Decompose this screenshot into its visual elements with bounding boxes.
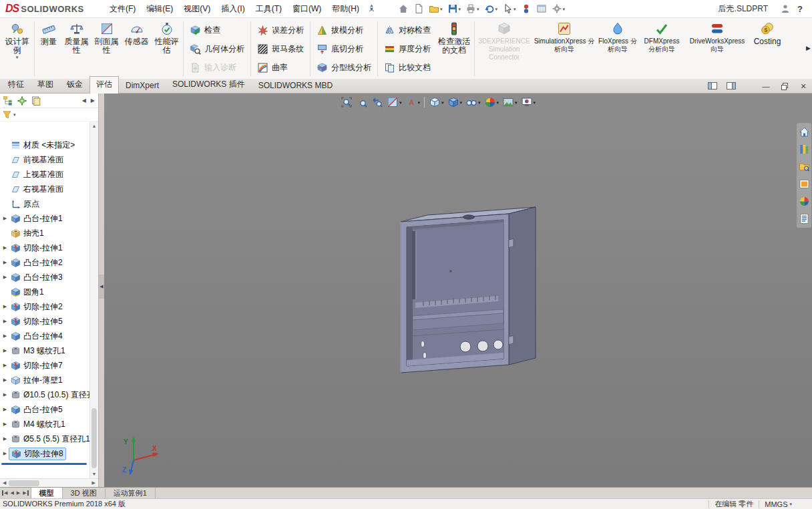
file-properties-button[interactable] bbox=[534, 1, 549, 16]
tree-item-cut-extrude8[interactable]: ▶ 切除-拉伸8 bbox=[0, 446, 89, 461]
options-button[interactable]: ▾ bbox=[550, 1, 568, 16]
simulationxpress-button[interactable]: SimulationXpress 分析向导 bbox=[532, 19, 596, 78]
3d-views-tab[interactable]: 3D 视图 bbox=[63, 488, 106, 498]
tree-item-top-plane[interactable]: 上视基准面 bbox=[0, 167, 89, 182]
scroll-down-icon[interactable]: ▼ bbox=[92, 470, 97, 478]
tree-item-cut-extrude1[interactable]: ▶ 切除-拉伸1 bbox=[0, 240, 89, 255]
help-button[interactable]: ? bbox=[797, 4, 803, 14]
menu-tools[interactable]: 工具(T) bbox=[250, 1, 287, 17]
home-button[interactable] bbox=[396, 1, 411, 16]
undercut-analysis-button[interactable]: 底切分析 bbox=[312, 39, 376, 58]
view-palette-icon[interactable] bbox=[798, 178, 811, 190]
curvature-button[interactable]: 曲率 bbox=[252, 58, 309, 77]
driveworksxpress-button[interactable]: DriveWorksXpress 向导 bbox=[684, 19, 750, 78]
open-button[interactable]: ▾ bbox=[427, 1, 445, 16]
floxpress-button[interactable]: FloXpress 分析向导 bbox=[596, 19, 639, 78]
tree-item-fillet1[interactable]: 圆角1 bbox=[0, 285, 89, 299]
expand-arrow-icon[interactable]: ▶ bbox=[2, 304, 8, 309]
tab-solidworks-addins[interactable]: SOLIDWORKS 插件 bbox=[166, 76, 252, 93]
expand-arrow-icon[interactable]: ▶ bbox=[2, 436, 8, 442]
close-button[interactable]: × bbox=[797, 81, 809, 91]
appearances-scenes-icon[interactable] bbox=[798, 195, 811, 208]
check-button[interactable]: 检查 bbox=[185, 21, 249, 39]
scroll-left-icon[interactable]: ◀ bbox=[1, 480, 7, 486]
options-caret-icon[interactable]: ▾ bbox=[563, 7, 566, 11]
panel-tab-scroll-right-icon[interactable]: ▶ bbox=[89, 98, 96, 104]
geometry-analysis-button[interactable]: 几何体分析 bbox=[185, 39, 249, 58]
user-account-icon[interactable] bbox=[780, 3, 791, 14]
tree-horizontal-scrollbar[interactable]: ◀ ▶ bbox=[0, 478, 98, 487]
tab-solidworks-mbd[interactable]: SOLIDWORKS MBD bbox=[252, 78, 339, 93]
previous-study-button[interactable]: ◀ bbox=[10, 490, 13, 496]
tree-item-boss-extrude2[interactable]: ▶ 凸台-拉伸2 bbox=[0, 255, 89, 270]
rocket-icon[interactable] bbox=[365, 1, 379, 16]
new-document-button[interactable] bbox=[411, 1, 426, 16]
tree-item-cut-extrude7[interactable]: ▶ 切除-拉伸7 bbox=[0, 358, 89, 373]
rebuild-button[interactable] bbox=[519, 1, 534, 16]
performance-evaluation-button[interactable]: 性能评估 bbox=[152, 19, 182, 78]
tree-item-boss-extrude1[interactable]: ▶ 凸台-拉伸1 bbox=[0, 211, 89, 226]
print-button[interactable]: ▾ bbox=[463, 1, 481, 16]
expand-arrow-icon[interactable]: ▶ bbox=[2, 216, 8, 221]
menu-file[interactable]: 文件(F) bbox=[104, 1, 141, 17]
symmetry-check-button[interactable]: 对称检查 bbox=[379, 21, 435, 39]
measure-button[interactable]: 测量 bbox=[36, 19, 61, 78]
parting-line-analysis-button[interactable]: 分型线分析 bbox=[312, 58, 376, 77]
open-caret-icon[interactable]: ▾ bbox=[440, 7, 443, 11]
dock-pane-left-icon[interactable] bbox=[706, 81, 719, 91]
design-library-icon[interactable] bbox=[798, 143, 811, 156]
ribbon-overflow-icon[interactable]: ▶ bbox=[806, 45, 811, 51]
compare-documents-button[interactable]: 比较文档 bbox=[379, 58, 435, 77]
undo-button[interactable]: ▾ bbox=[482, 1, 500, 16]
design-study-button[interactable]: 设计算例 ▾ bbox=[1, 19, 33, 78]
tab-evaluate[interactable]: 评估 bbox=[89, 76, 119, 94]
mass-properties-button[interactable]: 质量属性 bbox=[61, 19, 91, 78]
expand-arrow-icon[interactable]: ▶ bbox=[2, 421, 8, 427]
tree-item-m4-tapped-hole1[interactable]: ▶ M4 螺纹孔1 bbox=[0, 417, 89, 432]
scroll-up-icon[interactable]: ▲ bbox=[92, 122, 97, 130]
deviation-analysis-button[interactable]: 误差分析 bbox=[252, 21, 309, 39]
tree-item-hole-d10-5[interactable]: ▶ Ø10.5 (10.5) 直径孔1 bbox=[0, 387, 89, 402]
tree-item-m3-tapped-hole1[interactable]: ▶ M3 螺纹孔1 bbox=[0, 343, 89, 358]
tab-sketch[interactable]: 草图 bbox=[31, 76, 60, 93]
expand-arrow-icon[interactable]: ▶ bbox=[2, 260, 8, 265]
undo-caret-icon[interactable]: ▾ bbox=[495, 7, 498, 11]
costing-button[interactable]: $ Costing bbox=[750, 19, 785, 78]
expand-arrow-icon[interactable]: ▶ bbox=[2, 407, 8, 412]
first-study-button[interactable]: ◀ bbox=[2, 490, 7, 496]
expand-arrow-icon[interactable]: ▶ bbox=[2, 363, 8, 368]
scrollbar-thumb[interactable] bbox=[91, 408, 97, 468]
units-caret-icon[interactable]: ▾ bbox=[789, 502, 792, 506]
menu-insert[interactable]: 插入(I) bbox=[216, 1, 250, 17]
solidworks-resources-icon[interactable] bbox=[798, 126, 811, 138]
menu-help[interactable]: 帮助(H) bbox=[327, 1, 365, 17]
menu-edit[interactable]: 编辑(E) bbox=[141, 1, 178, 17]
menu-window[interactable]: 窗口(W) bbox=[287, 1, 327, 17]
part-model[interactable] bbox=[104, 94, 812, 490]
file-explorer-icon[interactable] bbox=[798, 160, 811, 173]
model-tab[interactable]: 模型 bbox=[31, 488, 63, 498]
rollback-bar[interactable] bbox=[1, 463, 87, 465]
select-caret-icon[interactable]: ▾ bbox=[514, 7, 516, 11]
filter-funnel-icon[interactable] bbox=[2, 110, 12, 120]
select-button[interactable]: ▾ bbox=[500, 1, 518, 16]
configurationmanager-tab-icon[interactable] bbox=[30, 95, 42, 107]
thickness-analysis-button[interactable]: 厚度分析 bbox=[379, 39, 435, 58]
expand-arrow-icon[interactable]: ▶ bbox=[2, 377, 8, 383]
expand-arrow-icon[interactable]: ▶ bbox=[2, 451, 8, 456]
dfmxpress-button[interactable]: DFMXpress 分析向导 bbox=[639, 19, 684, 78]
tree-item-origin[interactable]: 原点 bbox=[0, 196, 89, 211]
panel-splitter[interactable]: ◀ bbox=[99, 94, 104, 487]
scroll-right-icon[interactable]: ▶ bbox=[91, 480, 97, 486]
tree-item-hole-d5-5[interactable]: ▶ Ø5.5 (5.5) 直径孔1 bbox=[0, 432, 89, 446]
save-button[interactable]: ▾ bbox=[445, 1, 463, 16]
check-active-document-button[interactable]: 检查激活的文档 bbox=[435, 19, 473, 78]
expand-arrow-icon[interactable]: ▶ bbox=[2, 275, 8, 280]
tree-item-shell1[interactable]: 抽壳1 bbox=[0, 226, 89, 240]
filter-caret-icon[interactable]: ▾ bbox=[13, 112, 16, 117]
tree-item-thin-extrude1[interactable]: ▶ 拉伸-薄壁1 bbox=[0, 373, 89, 387]
tree-item-cut-extrude2[interactable]: ▶ 切除-拉伸2 bbox=[0, 299, 89, 314]
tab-sheet-metal[interactable]: 钣金 bbox=[60, 76, 89, 93]
tree-item-boss-extrude5[interactable]: ▶ 凸台-拉伸5 bbox=[0, 402, 89, 417]
menu-view[interactable]: 视图(V) bbox=[178, 1, 216, 17]
